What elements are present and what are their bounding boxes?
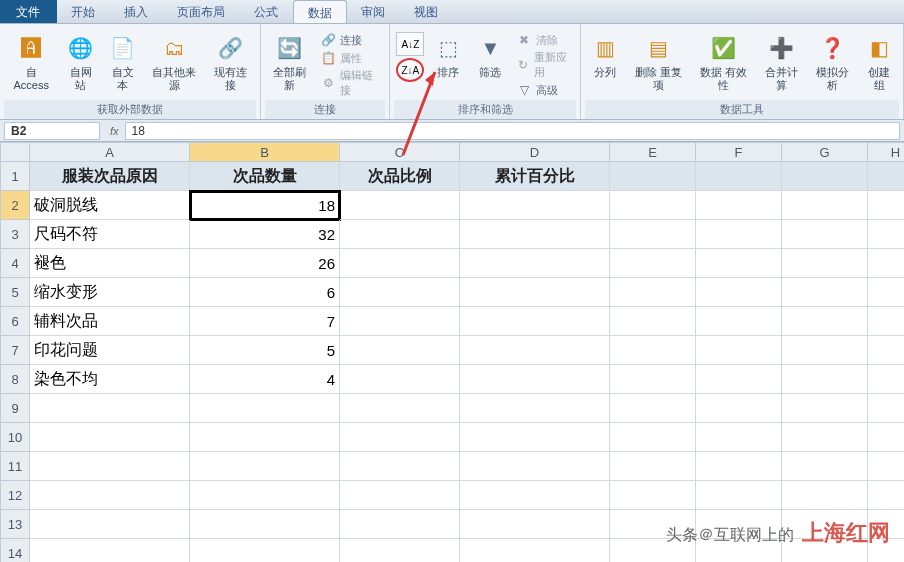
row-header-10[interactable]: 10 (0, 423, 30, 452)
row-header-6[interactable]: 6 (0, 307, 30, 336)
row-header-7[interactable]: 7 (0, 336, 30, 365)
cell-D9[interactable] (460, 394, 610, 423)
cell-B5[interactable]: 6 (190, 278, 340, 307)
cell-A3[interactable]: 尺码不符 (30, 220, 190, 249)
cell-G12[interactable] (782, 481, 868, 510)
cell-D1[interactable]: 累计百分比 (460, 162, 610, 191)
cell-G11[interactable] (782, 452, 868, 481)
cell-C4[interactable] (340, 249, 460, 278)
advanced-filter-button[interactable]: ▽高级 (516, 82, 572, 98)
tab-data[interactable]: 数据 (293, 0, 347, 23)
cell-E11[interactable] (610, 452, 696, 481)
cell-A2[interactable]: 破洞脱线 (30, 191, 190, 220)
formula-input[interactable]: 18 (125, 122, 900, 140)
row-header-14[interactable]: 14 (0, 539, 30, 562)
cell-F12[interactable] (696, 481, 782, 510)
cell-C10[interactable] (340, 423, 460, 452)
cell-F1[interactable] (696, 162, 782, 191)
cell-B8[interactable]: 4 (190, 365, 340, 394)
row-header-9[interactable]: 9 (0, 394, 30, 423)
cell-C14[interactable] (340, 539, 460, 562)
cell-H6[interactable] (868, 307, 904, 336)
cell-B3[interactable]: 32 (190, 220, 340, 249)
group-button[interactable]: ◧创建组 (859, 30, 899, 94)
col-header-G[interactable]: G (782, 142, 868, 162)
clear-filter-button[interactable]: ✖清除 (516, 32, 572, 48)
cell-E12[interactable] (610, 481, 696, 510)
connections-button[interactable]: 🔗连接 (320, 32, 381, 48)
cell-F10[interactable] (696, 423, 782, 452)
cell-D5[interactable] (460, 278, 610, 307)
row-header-4[interactable]: 4 (0, 249, 30, 278)
row-header-3[interactable]: 3 (0, 220, 30, 249)
cell-H1[interactable] (868, 162, 904, 191)
cell-A9[interactable] (30, 394, 190, 423)
cell-G6[interactable] (782, 307, 868, 336)
tab-formula[interactable]: 公式 (240, 0, 293, 23)
cell-A13[interactable] (30, 510, 190, 539)
cell-A4[interactable]: 褪色 (30, 249, 190, 278)
filter-button[interactable]: ▼筛选 (470, 30, 510, 81)
cell-D10[interactable] (460, 423, 610, 452)
row-header-1[interactable]: 1 (0, 162, 30, 191)
cell-A14[interactable] (30, 539, 190, 562)
cell-E3[interactable] (610, 220, 696, 249)
cell-F7[interactable] (696, 336, 782, 365)
cell-E9[interactable] (610, 394, 696, 423)
cell-H7[interactable] (868, 336, 904, 365)
cell-A12[interactable] (30, 481, 190, 510)
cell-B13[interactable] (190, 510, 340, 539)
cell-H4[interactable] (868, 249, 904, 278)
cell-B10[interactable] (190, 423, 340, 452)
cell-E4[interactable] (610, 249, 696, 278)
cell-C5[interactable] (340, 278, 460, 307)
cell-D13[interactable] (460, 510, 610, 539)
cell-B12[interactable] (190, 481, 340, 510)
cell-D7[interactable] (460, 336, 610, 365)
cell-F3[interactable] (696, 220, 782, 249)
from-access-button[interactable]: 🅰自 Access (4, 30, 59, 94)
row-header-13[interactable]: 13 (0, 510, 30, 539)
cell-B9[interactable] (190, 394, 340, 423)
cell-D4[interactable] (460, 249, 610, 278)
text-to-columns-button[interactable]: ▥分列 (585, 30, 625, 81)
cell-G3[interactable] (782, 220, 868, 249)
row-header-5[interactable]: 5 (0, 278, 30, 307)
tab-insert[interactable]: 插入 (110, 0, 163, 23)
cell-C12[interactable] (340, 481, 460, 510)
reapply-button[interactable]: ↻重新应用 (516, 50, 572, 80)
cell-H11[interactable] (868, 452, 904, 481)
whatif-button[interactable]: ❓模拟分析 (808, 30, 857, 94)
cell-H9[interactable] (868, 394, 904, 423)
col-header-C[interactable]: C (340, 142, 460, 162)
cell-A1[interactable]: 服装次品原因 (30, 162, 190, 191)
cell-E6[interactable] (610, 307, 696, 336)
cell-C2[interactable] (340, 191, 460, 220)
edit-links-button[interactable]: ⚙编辑链接 (320, 68, 381, 98)
cell-E2[interactable] (610, 191, 696, 220)
cell-F2[interactable] (696, 191, 782, 220)
tab-review[interactable]: 审阅 (347, 0, 400, 23)
row-header-8[interactable]: 8 (0, 365, 30, 394)
cell-G9[interactable] (782, 394, 868, 423)
col-header-H[interactable]: H (868, 142, 904, 162)
cell-A10[interactable] (30, 423, 190, 452)
cell-B7[interactable]: 5 (190, 336, 340, 365)
fx-icon[interactable]: fx (104, 125, 125, 137)
properties-button[interactable]: 📋属性 (320, 50, 381, 66)
col-header-E[interactable]: E (610, 142, 696, 162)
row-header-11[interactable]: 11 (0, 452, 30, 481)
cell-H3[interactable] (868, 220, 904, 249)
cell-E10[interactable] (610, 423, 696, 452)
refresh-all-button[interactable]: 🔄全部刷新 (265, 30, 315, 94)
cell-B6[interactable]: 7 (190, 307, 340, 336)
cell-H12[interactable] (868, 481, 904, 510)
cell-D3[interactable] (460, 220, 610, 249)
cell-C7[interactable] (340, 336, 460, 365)
cell-G10[interactable] (782, 423, 868, 452)
cell-H5[interactable] (868, 278, 904, 307)
from-web-button[interactable]: 🌐自网站 (61, 30, 101, 94)
consolidate-button[interactable]: ➕合并计算 (756, 30, 805, 94)
cell-D11[interactable] (460, 452, 610, 481)
cell-B1[interactable]: 次品数量 (190, 162, 340, 191)
